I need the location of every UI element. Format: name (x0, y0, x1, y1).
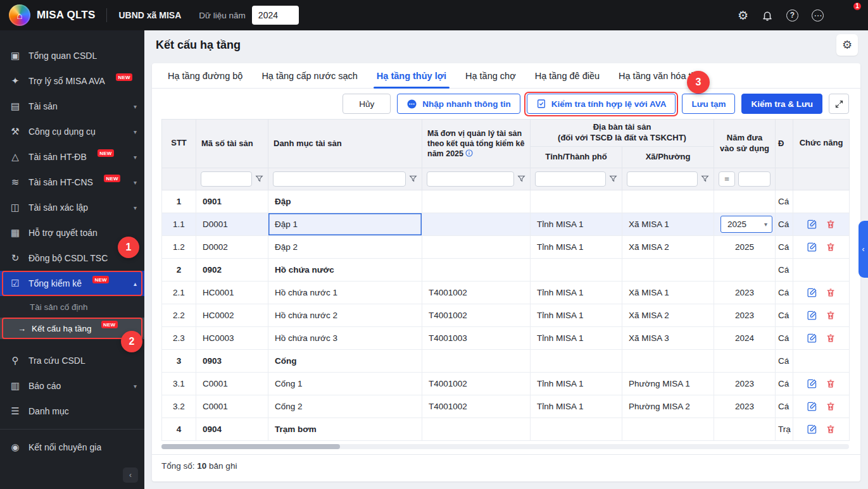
sidebar-item-tro-ly-so-misa-ava[interactable]: ✦ Trợ lý số MISA AVA NEW (0, 68, 144, 94)
cancel-button[interactable]: Hủy (343, 94, 391, 114)
filter-year-input[interactable] (738, 171, 771, 187)
filter-icon[interactable] (517, 175, 525, 183)
toolbar: Hủy Nhập nhanh thông tin Kiểm tra tính h… (152, 89, 860, 119)
table-row: 2.3 HC0003 Hồ chứa nước 3 T4001003 Tỉnh … (162, 326, 850, 349)
delete-row-button[interactable] (826, 424, 836, 435)
assistant-icon: ✦ (9, 75, 22, 87)
filter-icon[interactable] (255, 175, 263, 183)
filter-ward-input[interactable] (627, 171, 698, 187)
delete-row-button[interactable] (826, 219, 836, 230)
header-code: Mã số tài sản (196, 120, 268, 168)
filter-year-operator[interactable]: = (719, 171, 735, 187)
trash-icon (826, 242, 836, 252)
grid-footer: Tổng số: 10 bản ghi (152, 454, 860, 478)
edit-row-button[interactable] (807, 287, 817, 298)
chevron-icon: ▾ (134, 179, 137, 186)
year-dropdown: 2023 (735, 379, 754, 388)
header-area-group: Địa bàn tài sản (đối với TSCĐ là đất và … (531, 120, 714, 147)
sidebar-item-tai-san-xac-lap[interactable]: ◫ Tài sản xác lập ▾ (0, 195, 144, 220)
year-dropdown: 2023 (735, 311, 754, 320)
settlement-icon: ▦ (9, 227, 22, 238)
check-and-save-button[interactable]: Kiểm tra & Lưu (741, 94, 822, 114)
save-draft-button[interactable]: Lưu tạm (682, 94, 735, 114)
sidebar-item-tai-san-ht-db[interactable]: △ Tài sản HT-ĐB NEW ▾ (0, 144, 144, 170)
house-icon: ⌂ (16, 10, 22, 21)
table-row: 3 0903 Cống Cá (162, 349, 850, 372)
filter-icon[interactable] (701, 175, 709, 183)
sidebar-item-danh-muc[interactable]: ☰ Danh mục (0, 399, 144, 424)
filter-code-input[interactable] (201, 171, 252, 187)
new-badge: NEW (101, 321, 118, 328)
sidebar-item-cong-cu-dung-cu[interactable]: ⚒ Công cụ dụng cụ ▾ (0, 119, 144, 144)
chevron-icon: ▾ (134, 204, 137, 211)
settings-gear-icon[interactable]: ⚙ (738, 9, 748, 22)
header-year: Năm đưa vào sử dụng (714, 120, 776, 168)
delete-row-button[interactable] (826, 378, 836, 389)
new-badge: NEW (97, 149, 114, 157)
tab-3[interactable]: Hạ tầng thủy lợi (367, 63, 456, 88)
chevron-icon: ▾ (134, 154, 137, 161)
sidebar-item-tai-san[interactable]: ▤ Tài sản ▾ (0, 94, 144, 119)
edit-pencil-icon (807, 310, 817, 321)
ava-validate-button[interactable]: Kiểm tra tính hợp lệ với AVA (527, 94, 676, 114)
sidebar-item-tong-kiem-ke[interactable]: ☑ Tổng kiểm kê NEW ▴ (0, 271, 144, 296)
sidebar-item-tai-san-co-dinh[interactable]: Tài sản cố định (0, 296, 144, 318)
edit-row-button[interactable] (807, 242, 817, 252)
tab-5[interactable]: Hạ tầng đê điều (525, 63, 609, 88)
edit-row-button[interactable] (807, 219, 817, 230)
edit-row-button[interactable] (807, 378, 817, 389)
horizontal-scrollbar (161, 444, 849, 449)
topbar: ⌂ MISA QLTS UBND xã MISA Dữ liệu năm ⚙ ?… (0, 0, 868, 30)
chevron-left-icon: ‹ (862, 245, 865, 254)
document-check-icon (536, 99, 546, 109)
page-settings-button[interactable]: ⚙ (836, 34, 858, 56)
table-row: 3.2 C0001 Cống 2 T4001002 Tỉnh MISA 1 Ph… (162, 395, 850, 418)
edit-row-button[interactable] (807, 424, 817, 435)
notification-bell-icon[interactable] (762, 9, 773, 22)
info-icon[interactable] (465, 149, 473, 157)
header-ward: Xã/Phường (622, 146, 714, 168)
filter-mgmt-input[interactable] (427, 171, 514, 187)
edit-row-button[interactable] (807, 401, 817, 412)
edit-row-button[interactable] (807, 333, 817, 344)
expert-icon: ◉ (9, 442, 22, 453)
expand-button[interactable] (829, 94, 849, 114)
sidebar-item-tong-quan-csdl[interactable]: ▣ Tổng quan CSDL (0, 43, 144, 68)
sidebar-item-tra-cuu-csdl[interactable]: ⚲ Tra cứu CSDL (0, 348, 144, 373)
sidebar-item-bao-cao[interactable]: ▥ Báo cáo ▾ (0, 373, 144, 399)
sidebar-item-tai-san-ht-cns[interactable]: ≋ Tài sản HT-CNS NEW ▾ (0, 170, 144, 195)
filter-icon[interactable] (609, 175, 617, 183)
delete-row-button[interactable] (826, 310, 836, 321)
total-count: 10 (197, 461, 206, 471)
tab-2[interactable]: Hạ tầng cấp nước sạch (252, 63, 367, 88)
new-badge: NEW (104, 175, 120, 182)
filter-icon[interactable] (409, 175, 417, 183)
trash-icon (826, 401, 836, 412)
sidebar-item-ket-noi-chuyen-gia[interactable]: ◉ Kết nối chuyên gia (0, 435, 144, 460)
delete-row-button[interactable] (826, 401, 836, 412)
edit-row-button[interactable] (807, 310, 817, 321)
more-options-icon[interactable]: ⋯ (812, 9, 824, 22)
caret-down-icon: ▾ (764, 221, 767, 228)
help-icon[interactable]: ? (786, 9, 798, 22)
tab-4[interactable]: Hạ tầng chợ (456, 63, 525, 88)
notification-badge: 1 (852, 1, 862, 11)
filter-province-input[interactable] (535, 171, 606, 187)
trash-icon (826, 333, 836, 344)
data-year-input[interactable] (252, 6, 299, 25)
tab-1[interactable]: Hạ tầng đường bộ (158, 63, 252, 88)
delete-row-button[interactable] (826, 333, 836, 344)
delete-row-button[interactable] (826, 287, 836, 298)
side-panel-toggle[interactable]: ‹ (859, 221, 868, 278)
filter-unit-cell (776, 168, 793, 190)
user-avatar[interactable]: 1 (837, 5, 858, 26)
sidebar-collapse-button[interactable]: ‹ (123, 467, 138, 483)
header-actions: Chức năng (793, 120, 850, 168)
inventory-check-icon: ☑ (9, 278, 22, 289)
quick-entry-button[interactable]: Nhập nhanh thông tin (397, 94, 520, 114)
delete-row-button[interactable] (826, 242, 836, 252)
edit-pencil-icon (807, 424, 817, 435)
filter-name-input[interactable] (273, 171, 406, 187)
year-dropdown: 2025 (735, 242, 754, 252)
scrollbar-thumb[interactable] (161, 444, 340, 449)
